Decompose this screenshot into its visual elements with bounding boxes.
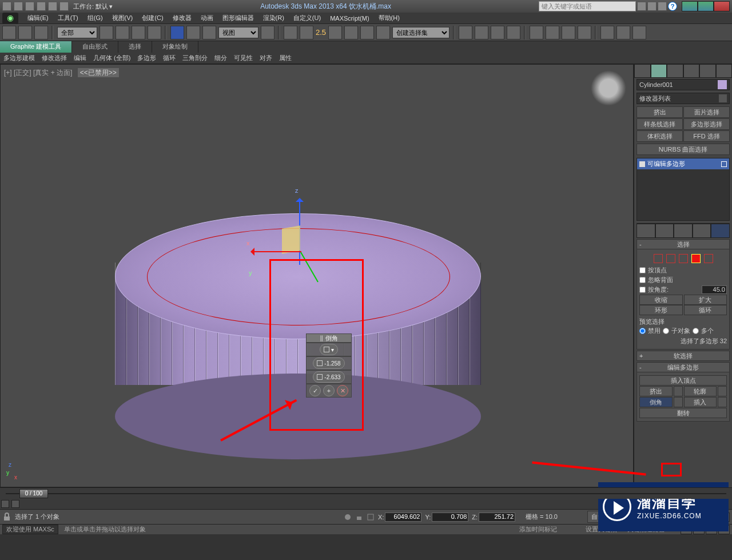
flip-button[interactable]: 翻转 — [639, 408, 727, 418]
app-menu-button[interactable]: ◉ — [2, 13, 18, 24]
rp-properties[interactable]: 属性 — [276, 54, 295, 62]
time-slider[interactable]: 0 / 100 — [0, 487, 732, 499]
bevel-caddy[interactable]: ‖ 倒角 ▾ -1.258 -2.633 ✓ + ✕ — [306, 333, 352, 398]
caddy-ok-icon[interactable]: ✓ — [309, 385, 321, 396]
menu-rendering[interactable]: 渲染(R) — [258, 14, 289, 22]
subobj-vertex-icon[interactable] — [654, 254, 663, 263]
by-vertex-checkbox[interactable] — [639, 267, 646, 273]
bevel-button[interactable]: 倒角 — [639, 397, 673, 407]
cp-motion-tab[interactable] — [683, 64, 700, 78]
menu-grapheditors[interactable]: 图形编辑器 — [218, 14, 258, 22]
menu-tools[interactable]: 工具(T) — [53, 14, 83, 22]
menu-group[interactable]: 组(G) — [83, 14, 108, 22]
rp-modifysel[interactable]: 修改选择 — [38, 54, 70, 62]
trackbar-btn1[interactable] — [1, 500, 9, 508]
menu-modifiers[interactable]: 修改器 — [168, 14, 196, 22]
mod-patchsel[interactable]: 面片选择 — [683, 106, 730, 118]
outline-button[interactable]: 轮廓 — [684, 386, 717, 396]
menu-create[interactable]: 创建(C) — [137, 14, 168, 22]
snap-percent-icon[interactable] — [344, 26, 358, 39]
tab-graphite[interactable]: Graphite 建模工具 — [0, 41, 72, 53]
caddy-outline[interactable]: -2.633 — [313, 371, 344, 383]
menu-help[interactable]: 帮助(H) — [374, 14, 404, 22]
modifier-list-dropdown[interactable]: 修改器列表 — [636, 93, 730, 104]
window-maximize[interactable] — [698, 1, 714, 11]
mod-ffdsel[interactable]: FFD 选择 — [683, 130, 730, 142]
preview-multi-radio[interactable] — [693, 328, 699, 334]
select-icon[interactable] — [100, 26, 113, 39]
lock2-icon[interactable] — [355, 513, 363, 521]
cp-create-tab[interactable] — [634, 64, 651, 78]
align-icon[interactable] — [475, 26, 488, 39]
preview-off-radio[interactable] — [639, 328, 646, 334]
cp-utilities-tab[interactable] — [716, 64, 733, 78]
pin-icon[interactable] — [344, 513, 352, 521]
stack-showend-btn[interactable] — [655, 224, 674, 238]
caddy-type[interactable]: ▾ — [320, 344, 338, 355]
viewport[interactable]: [+] [正交] [真实 + 边面] <<已禁用>> z x y ‖ 倒角 ▾ — [0, 64, 634, 487]
trackbar-btn2[interactable] — [11, 500, 19, 508]
z-coord-input[interactable]: 251.72 — [479, 513, 515, 522]
mod-volsel[interactable]: 体积选择 — [636, 130, 683, 142]
mod-nurbs[interactable]: NURBS 曲面选择 — [636, 144, 730, 155]
search-icon[interactable] — [637, 2, 646, 11]
extrude-button[interactable]: 挤出 — [639, 386, 673, 396]
favorites-icon[interactable] — [647, 2, 657, 11]
stack-config-btn[interactable] — [711, 224, 730, 238]
rp-subdiv[interactable]: 细分 — [211, 54, 230, 62]
scale-icon[interactable] — [202, 26, 216, 39]
qat-new[interactable] — [2, 2, 11, 11]
qat-save[interactable] — [25, 2, 34, 11]
viewcube[interactable] — [591, 70, 626, 106]
menu-animation[interactable]: 动画 — [196, 14, 218, 22]
layers-icon[interactable] — [491, 26, 504, 39]
rp-polygons[interactable]: 多边形 — [134, 54, 160, 62]
caddy-cancel-icon[interactable]: ✕ — [337, 385, 348, 396]
rp-visibility[interactable]: 可见性 — [230, 54, 256, 62]
named-selection-dropdown[interactable]: 创建选择集 — [392, 27, 449, 38]
insert-vertex-button[interactable]: 插入顶点 — [639, 375, 727, 386]
menu-edit[interactable]: 编辑(E) — [23, 14, 53, 22]
shrink-button[interactable]: 收缩 — [639, 295, 683, 305]
rp-edit[interactable]: 编辑 — [70, 54, 90, 62]
tab-selection[interactable]: 选择 — [118, 41, 152, 53]
x-coord-input[interactable]: 6049.602 — [385, 513, 421, 522]
mode-icon[interactable] — [367, 513, 375, 521]
softsel-rollout-header[interactable]: +软选择 — [636, 351, 730, 361]
grow-button[interactable]: 扩大 — [684, 295, 727, 305]
window-crossing-icon[interactable] — [148, 26, 161, 39]
search-input[interactable] — [539, 1, 636, 11]
render-frame-icon[interactable] — [578, 26, 591, 39]
caddy-height[interactable]: -1.258 — [313, 358, 344, 369]
stack-toggle-icon[interactable] — [721, 161, 727, 167]
manipulate-icon[interactable] — [284, 26, 297, 39]
rp-align[interactable]: 对齐 — [256, 54, 276, 62]
transform-gizmo[interactable]: z x y — [248, 202, 311, 282]
snap-label[interactable]: 2.5 — [316, 28, 326, 37]
stack-pin-btn[interactable] — [636, 224, 655, 238]
mod-extrude[interactable]: 挤出 — [636, 106, 683, 118]
rp-polymodel[interactable]: 多边形建模 — [0, 54, 38, 62]
bevel-settings-icon[interactable] — [674, 397, 683, 407]
snap-angle-icon[interactable] — [328, 26, 342, 39]
ignore-backfacing-checkbox[interactable] — [639, 277, 646, 283]
stack-pin-icon[interactable] — [639, 161, 645, 167]
subobj-edge-icon[interactable] — [666, 254, 675, 263]
exchange-icon[interactable] — [658, 2, 667, 11]
spinner-snap-icon[interactable] — [360, 26, 374, 39]
mod-polysel[interactable]: 多边形选择 — [683, 118, 730, 130]
rotate-icon[interactable] — [186, 26, 200, 39]
cp-modify-tab[interactable] — [651, 64, 667, 78]
render-setup-icon[interactable] — [562, 26, 575, 39]
select-region-icon[interactable] — [132, 26, 145, 39]
inset-button[interactable]: 插入 — [684, 397, 717, 407]
rp-geometry[interactable]: 几何体 (全部) — [90, 54, 134, 62]
viewport-label[interactable]: [+] [正交] [真实 + 边面] <<已禁用>> — [4, 68, 119, 78]
workspace-label[interactable]: 工作台: 默认 — [73, 2, 108, 11]
menu-views[interactable]: 视图(V) — [108, 14, 138, 22]
editnamed-icon[interactable] — [376, 26, 390, 39]
window-minimize[interactable] — [682, 1, 698, 11]
add-time-tag[interactable]: 添加时间标记 — [519, 525, 557, 534]
stack-unique-btn[interactable] — [674, 224, 693, 238]
subobj-border-icon[interactable] — [679, 254, 688, 263]
